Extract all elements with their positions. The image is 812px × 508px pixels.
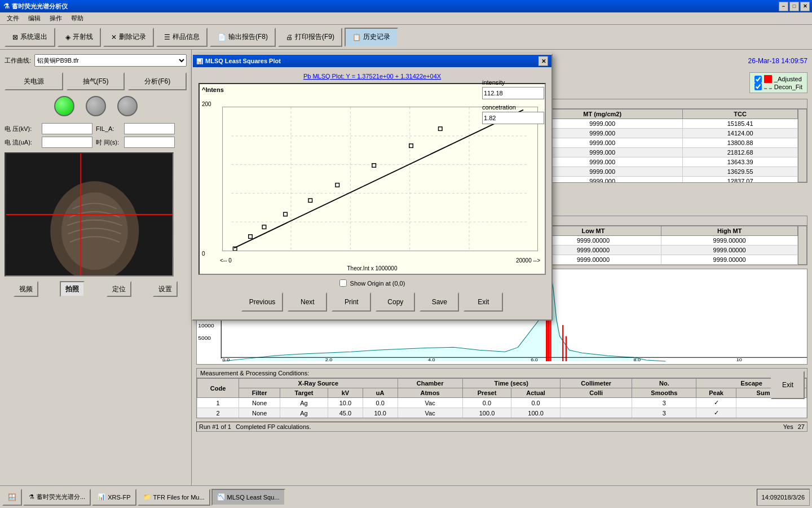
svg-rect-38 xyxy=(284,212,288,216)
inner-status-bar: Run #1 of 1 Completed FP calculations. Y… xyxy=(196,422,807,432)
meas-sub-ua: uA xyxy=(363,388,398,398)
current-row: 电 流(uA): 时 间(s): xyxy=(5,137,187,148)
svg-rect-37 xyxy=(262,225,266,229)
svg-text:5000: 5000 xyxy=(198,335,211,341)
btn-print[interactable]: Print xyxy=(332,292,371,312)
status-num: 27 xyxy=(798,423,805,430)
col-tcc: TCC xyxy=(683,110,798,119)
meas-scroll[interactable]: Code X-Ray Source Chamber Time (secs) Co… xyxy=(197,378,807,418)
btn-shutdown[interactable]: 关电源 xyxy=(5,72,63,90)
maximize-button[interactable]: □ xyxy=(789,2,799,11)
btn-previous[interactable]: Previous xyxy=(241,292,284,312)
taskbar-app-4[interactable]: 📉 MLSQ Least Squ... xyxy=(211,489,285,506)
system-exit-icon: ⊠ xyxy=(12,33,18,41)
plot-canvas xyxy=(222,107,538,251)
minimize-button[interactable]: − xyxy=(779,2,788,11)
time-input[interactable] xyxy=(124,137,175,148)
svg-text:6.0: 6.0 xyxy=(531,357,538,362)
meas-col-code: Code xyxy=(197,379,239,398)
status-yes: Yes xyxy=(783,423,793,430)
btn-dialog-exit[interactable]: Exit xyxy=(464,292,503,312)
btn-photo[interactable]: 拍照 xyxy=(60,281,85,297)
svg-rect-35 xyxy=(233,247,237,251)
svg-text:10: 10 xyxy=(736,357,742,362)
meas-tbody: 1NoneAg10.00.0Vac0.00.03✓2NoneAg45.010.0… xyxy=(197,398,807,418)
svg-rect-44 xyxy=(513,113,517,117)
meas-col-chamber: Chamber xyxy=(398,379,462,388)
work-curve-select[interactable]: 铝黄铜PB9B.tfr xyxy=(34,54,187,67)
start-ray-icon: ◈ xyxy=(65,33,70,41)
calib-scrollbar[interactable] xyxy=(798,226,807,265)
btn-system-exit[interactable]: ⊠ 系统退出 xyxy=(5,28,55,47)
meas-sub-kv: kV xyxy=(328,388,363,398)
meas-col-time: Time (secs) xyxy=(462,379,560,388)
meas-sub-peak: Peak xyxy=(696,388,736,398)
svg-text:2.0: 2.0 xyxy=(325,357,333,362)
dialog-icon: 📊 xyxy=(196,58,203,64)
btn-delete-record[interactable]: ✕ 删除记录 xyxy=(103,28,154,47)
btn-analyze[interactable]: 分析(F6) xyxy=(128,72,187,90)
btn-print-report[interactable]: 🖨 打印报告(F9) xyxy=(278,28,342,47)
camera-view xyxy=(5,152,174,277)
btn-start-ray[interactable]: ◈ 开射线 xyxy=(58,28,101,47)
btn-exit-right[interactable]: Exit xyxy=(771,371,805,399)
btn-position[interactable]: 定位 xyxy=(107,281,131,297)
meas-sub-colli: Colli xyxy=(560,388,632,398)
fil-a-label: FIL_A: xyxy=(96,125,121,132)
legend-decon-checkbox[interactable] xyxy=(754,83,762,90)
start-button[interactable]: 🪟 xyxy=(2,489,22,506)
mlsq-dialog[interactable]: 📊 MLSQ Least Squares Plot ✕ Pb MLSQ Plot… xyxy=(192,54,553,321)
indicator-gray-2 xyxy=(117,96,138,116)
btn-pump[interactable]: 抽气(F5) xyxy=(67,72,125,90)
taskbar: 🪟 ⚗ 蓄时荧光光谱分... 📊 XRS-FP 📁 TFR Files for … xyxy=(0,485,812,508)
btn-save[interactable]: Save xyxy=(420,292,459,312)
meas-header-row-2: Filter Target kV uA Atmos Preset Actual … xyxy=(197,388,807,398)
menu-file[interactable]: 文件 xyxy=(2,13,24,24)
clock-date: 2018/3/26 xyxy=(777,494,805,501)
dialog-title-bar: 📊 MLSQ Least Squares Plot ✕ xyxy=(193,55,551,67)
plot-title: Pb MLSQ Plot: Y = 1.37521e+00 + 1.31422e… xyxy=(198,73,546,80)
taskbar-app-1[interactable]: ⚗ 蓄时荧光光谱分... xyxy=(23,489,91,506)
x-left-label: <-- 0 xyxy=(220,257,232,264)
close-button[interactable]: ✕ xyxy=(800,2,810,11)
taskbar-icon-1: ⚗ xyxy=(29,493,34,501)
meas-sub-target: Target xyxy=(280,388,328,398)
btn-copy[interactable]: Copy xyxy=(376,292,415,312)
x-right-label: 20000 --> xyxy=(516,257,540,264)
show-origin-label: Show Origin at (0,0) xyxy=(350,280,405,287)
tfr-scrollbar[interactable] xyxy=(798,109,807,182)
taskbar-app-3[interactable]: 📁 TFR Files for Mu... xyxy=(138,489,210,506)
menu-operate[interactable]: 操作 xyxy=(45,13,67,24)
work-curve-label: 工作曲线: xyxy=(5,56,31,65)
current-input[interactable] xyxy=(42,137,92,148)
svg-text:8.0: 8.0 xyxy=(633,357,641,362)
btn-export-report[interactable]: 📄 输出报告(F8) xyxy=(210,28,276,47)
btn-sample-info[interactable]: ☰ 样品信息 xyxy=(156,28,208,47)
fil-a-input[interactable] xyxy=(124,123,175,134)
svg-rect-41 xyxy=(372,164,376,168)
btn-next[interactable]: Next xyxy=(288,292,327,312)
legend-adjusted-checkbox[interactable] xyxy=(754,76,762,83)
measurement-table: Code X-Ray Source Chamber Time (secs) Co… xyxy=(197,378,807,418)
dialog-close-button[interactable]: ✕ xyxy=(539,56,548,66)
voltage-row: 电 压(kV): FIL_A: xyxy=(5,123,187,134)
voltage-input[interactable] xyxy=(42,123,92,134)
taskbar-icon-3: 📁 xyxy=(143,493,151,501)
status-completed: Completed FP calculations. xyxy=(236,423,311,430)
indicator-gray-1 xyxy=(86,96,106,116)
table-row: 1NoneAg10.00.0Vac0.00.03✓ xyxy=(197,398,807,408)
menu-edit[interactable]: 编辑 xyxy=(24,13,45,24)
title-bar: ⚗ 蓄时荧光光谱分析仪 − □ ✕ xyxy=(0,0,812,12)
meas-sub-preset: Preset xyxy=(462,388,511,398)
meas-col-collimeter: Collimeter xyxy=(560,379,632,388)
taskbar-app-2[interactable]: 📊 XRS-FP xyxy=(92,489,136,506)
show-origin-checkbox[interactable] xyxy=(339,279,347,287)
dialog-title: MLSQ Least Squares Plot xyxy=(205,58,281,64)
taskbar-icon-2: 📊 xyxy=(98,493,105,501)
btn-history[interactable]: 📋 历史记录 xyxy=(345,28,398,47)
btn-video[interactable]: 视频 xyxy=(14,281,38,297)
menu-help[interactable]: 帮助 xyxy=(67,13,88,24)
table-row: 2NoneAg45.010.0Vac100.0100.03✓ xyxy=(197,408,807,418)
window-controls: − □ ✕ xyxy=(779,2,810,11)
btn-settings[interactable]: 设置 xyxy=(153,281,178,297)
